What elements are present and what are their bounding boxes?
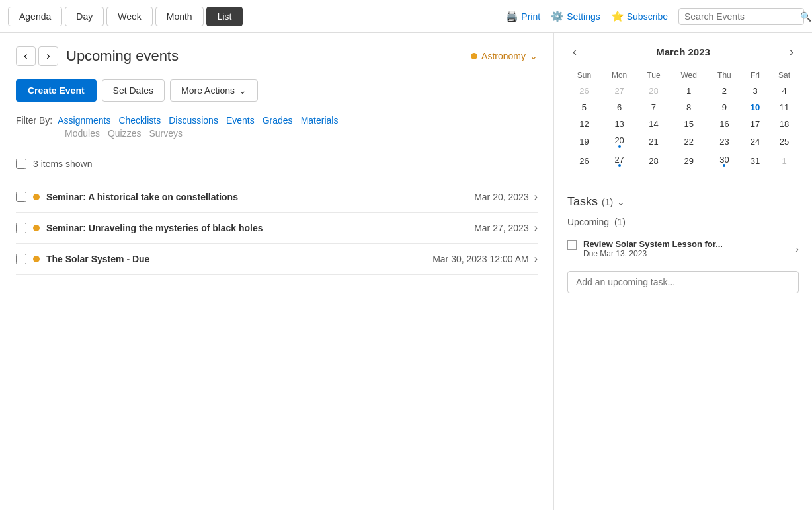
calendar-header: ‹ March 2023 › — [567, 44, 799, 60]
calendar-day[interactable]: 21 — [637, 132, 669, 151]
filter-label: Filter By: — [16, 115, 52, 126]
cal-next-button[interactable]: › — [784, 44, 799, 60]
more-actions-button[interactable]: More Actions ⌄ — [170, 79, 258, 102]
calendar-day[interactable]: 17 — [741, 116, 770, 132]
calendar-day[interactable]: 7 — [637, 99, 669, 116]
calendar-day[interactable]: 22 — [670, 132, 708, 151]
tab-month[interactable]: Month — [155, 7, 204, 26]
items-count-label: 3 items shown — [33, 159, 92, 169]
calendar-day[interactable]: 20 — [601, 132, 638, 151]
filter-quizzes[interactable]: Quizzes — [108, 128, 142, 139]
calendar-day[interactable]: 14 — [637, 116, 669, 132]
calendar-day[interactable]: 24 — [741, 132, 770, 151]
calendar-day[interactable]: 1 — [770, 151, 799, 170]
filter-grades[interactable]: Grades — [263, 115, 293, 126]
items-count-row: 3 items shown — [16, 152, 538, 176]
calendar-day[interactable]: 31 — [741, 151, 770, 170]
calendar-event-dot — [723, 164, 725, 167]
astronomy-filter[interactable]: Astronomy ⌄ — [471, 51, 538, 61]
list-item[interactable]: Seminar: A historical take on constellat… — [16, 182, 538, 213]
calendar-day[interactable]: 4 — [770, 83, 799, 99]
event-checkbox[interactable] — [16, 254, 26, 264]
print-button[interactable]: 🖨️ Print — [505, 10, 540, 22]
calendar-day-header: Sun — [567, 68, 601, 83]
calendar-day[interactable]: 10 — [741, 99, 770, 116]
calendar-day[interactable]: 28 — [637, 151, 669, 170]
filter-events[interactable]: Events — [226, 115, 255, 126]
tab-agenda[interactable]: Agenda — [8, 7, 62, 26]
list-item[interactable]: The Solar System - Due Mar 30, 2023 12:0… — [16, 244, 538, 275]
tab-list[interactable]: List — [206, 7, 243, 26]
calendar-day[interactable]: 27 — [601, 83, 638, 99]
settings-button[interactable]: ⚙️ Settings — [551, 10, 600, 22]
tasks-header[interactable]: Tasks (1) ⌄ — [567, 195, 799, 209]
calendar-day[interactable]: 13 — [601, 116, 638, 132]
filter-row: Filter By: Assignments Checklists Discus… — [16, 115, 538, 139]
event-dot — [33, 256, 40, 262]
select-all-checkbox[interactable] — [16, 159, 26, 169]
astronomy-label: Astronomy — [481, 51, 526, 61]
event-title: Seminar: Unraveling the mysteries of bla… — [46, 223, 474, 233]
view-tabs: Agenda Day Week Month List — [8, 7, 505, 26]
calendar-day[interactable]: 23 — [708, 132, 741, 151]
calendar-day[interactable]: 28 — [637, 83, 669, 99]
calendar-day[interactable]: 18 — [770, 116, 799, 132]
more-actions-chevron-icon: ⌄ — [239, 85, 247, 96]
calendar-day[interactable]: 5 — [567, 99, 601, 116]
calendar-day-header: Fri — [741, 68, 770, 83]
calendar-day[interactable]: 11 — [770, 99, 799, 116]
calendar-day[interactable]: 12 — [567, 116, 601, 132]
subscribe-button[interactable]: ⭐ Subscribe — [611, 10, 668, 22]
calendar-day[interactable]: 1 — [670, 83, 708, 99]
calendar-day[interactable]: 29 — [670, 151, 708, 170]
events-list: Seminar: A historical take on constellat… — [16, 182, 538, 275]
filter-checklists[interactable]: Checklists — [118, 115, 161, 126]
calendar-day[interactable]: 19 — [567, 132, 601, 151]
set-dates-button[interactable]: Set Dates — [102, 79, 165, 102]
calendar-day[interactable]: 30 — [708, 151, 741, 170]
calendar-day[interactable]: 3 — [741, 83, 770, 99]
calendar-day[interactable]: 26 — [567, 83, 601, 99]
calendar-day-header: Tue — [637, 68, 669, 83]
upcoming-label: Upcoming (1) — [567, 217, 799, 227]
calendar-day[interactable]: 9 — [708, 99, 741, 116]
search-box[interactable]: 🔍 — [678, 8, 804, 25]
calendar-day-header: Thu — [708, 68, 741, 83]
task-chevron-icon: › — [795, 244, 799, 254]
event-checkbox[interactable] — [16, 192, 26, 202]
task-due: Due Mar 13, 2023 — [583, 249, 789, 258]
cal-prev-button[interactable]: ‹ — [567, 44, 582, 60]
tab-day[interactable]: Day — [65, 7, 104, 26]
task-checkbox[interactable] — [567, 240, 577, 250]
event-date: Mar 30, 2023 12:00 AM — [432, 254, 529, 264]
calendar-day[interactable]: 6 — [601, 99, 638, 116]
calendar-day[interactable]: 27 — [601, 151, 638, 170]
calendar-day[interactable]: 15 — [670, 116, 708, 132]
search-input[interactable] — [684, 11, 800, 22]
task-item[interactable]: Review Solar System Lesson for... Due Ma… — [567, 234, 799, 264]
calendar-day[interactable]: 2 — [708, 83, 741, 99]
next-button[interactable]: › — [38, 46, 58, 66]
event-title: The Solar System - Due — [46, 254, 432, 264]
calendar-title: March 2023 — [582, 46, 784, 57]
filter-materials[interactable]: Materials — [301, 115, 339, 126]
calendar-day[interactable]: 25 — [770, 132, 799, 151]
add-task-input[interactable] — [567, 271, 799, 293]
event-date: Mar 27, 2023 — [474, 223, 529, 233]
create-event-button[interactable]: Create Event — [16, 79, 97, 102]
calendar-day[interactable]: 16 — [708, 116, 741, 132]
prev-button[interactable]: ‹ — [16, 46, 36, 66]
calendar-day[interactable]: 8 — [670, 99, 708, 116]
calendar-day[interactable]: 26 — [567, 151, 601, 170]
chevron-right-icon: › — [534, 222, 538, 234]
filter-assignments[interactable]: Assignments — [58, 115, 110, 126]
event-checkbox[interactable] — [16, 223, 26, 233]
list-item[interactable]: Seminar: Unraveling the mysteries of bla… — [16, 213, 538, 244]
filter-surveys[interactable]: Surveys — [149, 128, 183, 139]
filter-modules[interactable]: Modules — [65, 128, 100, 139]
filter-discussions[interactable]: Discussions — [169, 115, 218, 126]
tab-week[interactable]: Week — [106, 7, 153, 26]
star-icon: ⭐ — [611, 10, 624, 22]
task-info: Review Solar System Lesson for... Due Ma… — [583, 239, 789, 258]
calendar-event-dot — [618, 145, 621, 148]
